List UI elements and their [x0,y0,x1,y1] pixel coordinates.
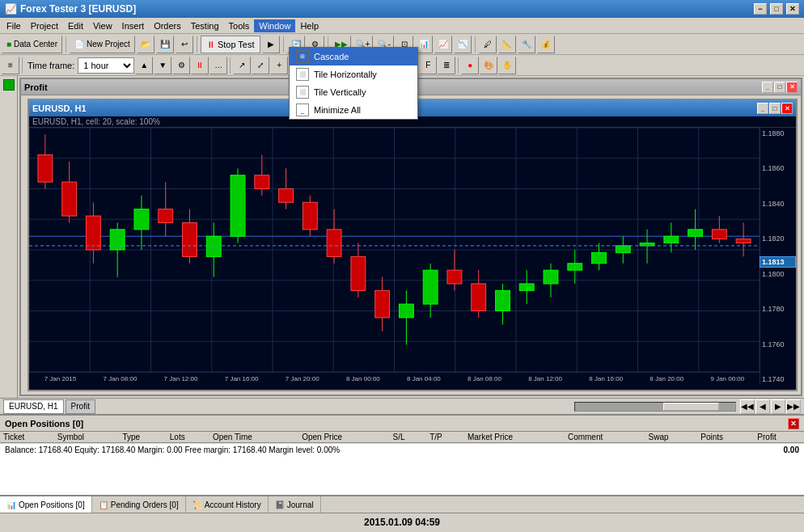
tile-v-icon: ⬜ [296,86,309,99]
menu-item-tile-v[interactable]: ⬜ Tile Vertically [290,83,417,101]
tile-h-icon: ⬜ [296,68,309,81]
minimize-all-icon: _ [296,103,309,116]
cascade-icon: ⊞ [296,50,309,63]
dropdown-overlay[interactable]: ⊞ Cascade ⬜ Tile Horizontally ⬜ Tile Ver… [0,0,804,532]
menu-item-minimize-all[interactable]: _ Minimize All [290,101,417,119]
menu-item-tile-h[interactable]: ⬜ Tile Horizontally [290,65,417,83]
menu-item-cascade[interactable]: ⊞ Cascade [290,48,417,65]
window-dropdown-menu: ⊞ Cascade ⬜ Tile Horizontally ⬜ Tile Ver… [289,47,418,120]
